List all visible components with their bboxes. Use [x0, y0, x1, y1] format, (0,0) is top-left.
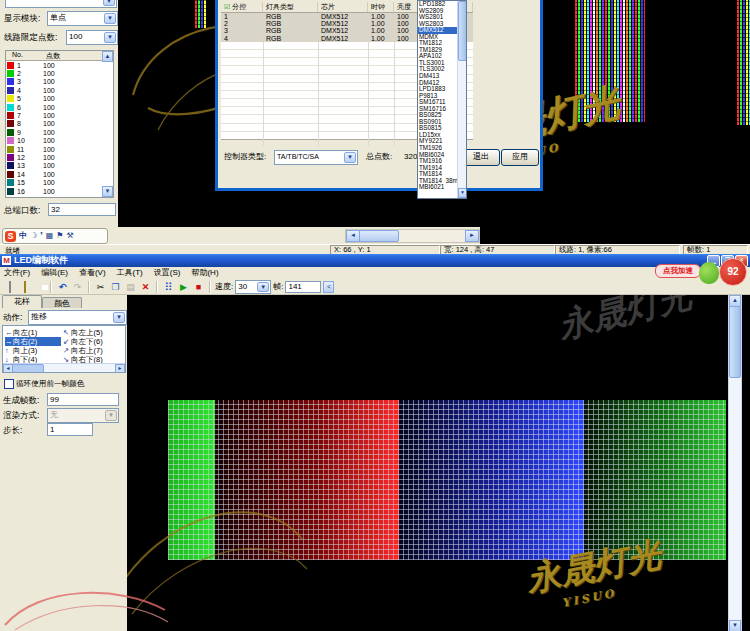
table-row[interactable]: 10100	[6, 137, 113, 145]
gen-frames-field[interactable]	[47, 393, 119, 406]
col-points: 点数	[40, 51, 60, 60]
sogou-logo-icon[interactable]: S	[5, 231, 16, 242]
chevron-down-icon[interactable]: ▼	[113, 312, 125, 323]
direction-option[interactable]: ↑向上(3)	[5, 346, 61, 355]
direction-option[interactable]: ↙向左下(6)	[63, 337, 125, 346]
direction-option[interactable]: ↗向右上(7)	[63, 346, 125, 355]
save-icon[interactable]	[33, 281, 46, 293]
delete-icon[interactable]: ✕	[139, 281, 152, 293]
divider	[368, 42, 369, 146]
display-module-combo[interactable]: 单点 ▼	[47, 11, 118, 26]
color-swatch	[7, 137, 14, 144]
title-bar[interactable]: M LED编制软件 ▁ ❐ ✕	[0, 254, 750, 267]
ime-tools-icon[interactable]: ⚒	[66, 230, 73, 242]
line-limit-combo[interactable]: 100 ▼	[66, 30, 118, 45]
divider	[394, 42, 395, 146]
chip-option[interactable]: MBI6021	[418, 184, 458, 191]
chip-list-scrollbar[interactable]: ▼	[457, 1, 466, 198]
toolbar-more-icon[interactable]: <	[323, 281, 334, 293]
scrollbar-thumb[interactable]	[458, 1, 467, 61]
scrollbar-thumb[interactable]	[359, 230, 399, 242]
stop-icon[interactable]: ■	[192, 281, 205, 293]
menu-help[interactable]: 帮助(H)	[191, 267, 218, 279]
ime-flag-icon[interactable]: ⚑	[56, 230, 63, 242]
scroll-down-icon[interactable]: ▼	[729, 620, 741, 631]
grid-dots-icon[interactable]: ⠿	[162, 281, 175, 293]
step-field[interactable]	[47, 423, 93, 436]
ime-punct-icon[interactable]: ❜	[40, 230, 43, 242]
scrollbar-thumb[interactable]	[12, 364, 44, 373]
table-row[interactable]: 2100	[6, 69, 113, 77]
table-row[interactable]: 4100	[6, 86, 113, 94]
loop-color-checkbox[interactable]	[4, 379, 14, 389]
action-combo[interactable]: 推移 ▼	[28, 310, 127, 325]
scroll-down-icon[interactable]: ▼	[458, 188, 467, 198]
ime-lang-icon[interactable]: 中	[19, 230, 27, 242]
table-row[interactable]: 5100	[6, 95, 113, 103]
play-icon[interactable]: ▶	[177, 281, 190, 293]
color-swatch	[7, 95, 14, 102]
direction-option-selected[interactable]: →向右(2)	[5, 337, 61, 346]
menu-edit[interactable]: 编辑(E)	[41, 267, 68, 279]
scroll-right-icon[interactable]: ►	[465, 230, 479, 242]
new-file-icon[interactable]	[3, 281, 16, 293]
chevron-down-icon[interactable]: ▼	[257, 282, 269, 292]
tab-pattern[interactable]: 花样	[2, 295, 42, 308]
scroll-left-icon[interactable]: ◄	[346, 230, 360, 242]
controller-type-combo[interactable]: TA/TB/TC/SA ▼	[274, 150, 358, 165]
table-row[interactable]: 1100	[6, 61, 113, 69]
ime-moon-icon[interactable]: ☽	[30, 230, 37, 242]
accelerator-bubble[interactable]: 点我加速	[655, 264, 701, 278]
table-row[interactable]: 14100	[6, 170, 113, 178]
accelerator-widget[interactable]: 点我加速 92	[655, 258, 750, 296]
clipped-combobox[interactable]: ▼	[5, 0, 117, 8]
frame-count-field[interactable]	[285, 281, 321, 293]
ime-language-bar[interactable]: S 中 ☽ ❜ ▦ ⚑ ⚒	[2, 228, 108, 244]
table-row[interactable]: 15100	[6, 178, 113, 186]
direction-option[interactable]: ←向左(1)	[5, 328, 61, 337]
direction-option[interactable]: ↖向左上(5)	[63, 328, 125, 337]
led-canvas[interactable]: 永晟灯光 永晟灯光 YISUO ▲ ▼	[127, 294, 750, 631]
color-swatch	[7, 120, 14, 127]
apply-button[interactable]: 应用	[501, 149, 539, 166]
chevron-down-icon[interactable]: ▼	[104, 32, 116, 43]
table-row[interactable]: 7100	[6, 111, 113, 119]
arrow-upright-icon: ↗	[63, 346, 71, 355]
table-row[interactable]: 12100	[6, 153, 113, 161]
canvas-vertical-scrollbar[interactable]: ▲ ▼	[728, 294, 742, 631]
scroll-up-icon[interactable]: ▲	[102, 51, 113, 62]
accelerator-score-badge[interactable]: 92	[719, 258, 747, 286]
horizontal-scrollbar[interactable]: ◄ ►	[345, 229, 480, 243]
ime-keyboard-icon[interactable]: ▦	[46, 230, 54, 242]
cut-icon[interactable]: ✂	[94, 281, 107, 293]
scroll-down-icon[interactable]: ▼	[102, 186, 113, 197]
menu-tools[interactable]: 工具(T)	[117, 267, 143, 279]
chevron-down-icon[interactable]: ▼	[103, 0, 115, 6]
copy-icon[interactable]: ❐	[109, 281, 122, 293]
open-file-icon[interactable]	[18, 281, 31, 293]
speed-combo[interactable]: 30 ▼	[235, 280, 271, 294]
table-row[interactable]: 3100	[6, 78, 113, 86]
arrow-right-icon: →	[5, 337, 13, 346]
exit-button[interactable]: 退出	[462, 149, 500, 166]
table-row[interactable]: 11100	[6, 145, 113, 153]
scroll-right-icon[interactable]: ►	[115, 364, 125, 373]
table-row[interactable]: 13100	[6, 162, 113, 170]
menu-settings[interactable]: 设置(S)	[154, 267, 181, 279]
total-ports-field[interactable]	[48, 203, 116, 216]
accelerator-mascot-icon[interactable]	[699, 262, 719, 284]
paste-icon: ▤	[124, 281, 137, 293]
table-row[interactable]: 6100	[6, 103, 113, 111]
table-row[interactable]: 16100	[6, 187, 113, 195]
tab-color[interactable]: 颜色	[42, 297, 82, 308]
main-toolbar: ↶ ↷ ✂ ❐ ▤ ✕ ⠿ ▶ ■ 速度: 30 ▼ 帧: <	[0, 279, 750, 295]
menu-file[interactable]: 文件(F)	[4, 267, 30, 279]
chevron-down-icon[interactable]: ▼	[104, 13, 116, 24]
table-row[interactable]: 8100	[6, 120, 113, 128]
table-row[interactable]: 9100	[6, 128, 113, 136]
undo-icon[interactable]: ↶	[56, 281, 69, 293]
chevron-down-icon[interactable]: ▼	[344, 152, 356, 163]
menu-view[interactable]: 查看(V)	[79, 267, 106, 279]
listbox-scrollbar[interactable]: ◄ ►	[3, 363, 125, 372]
scrollbar-thumb[interactable]	[729, 306, 741, 378]
